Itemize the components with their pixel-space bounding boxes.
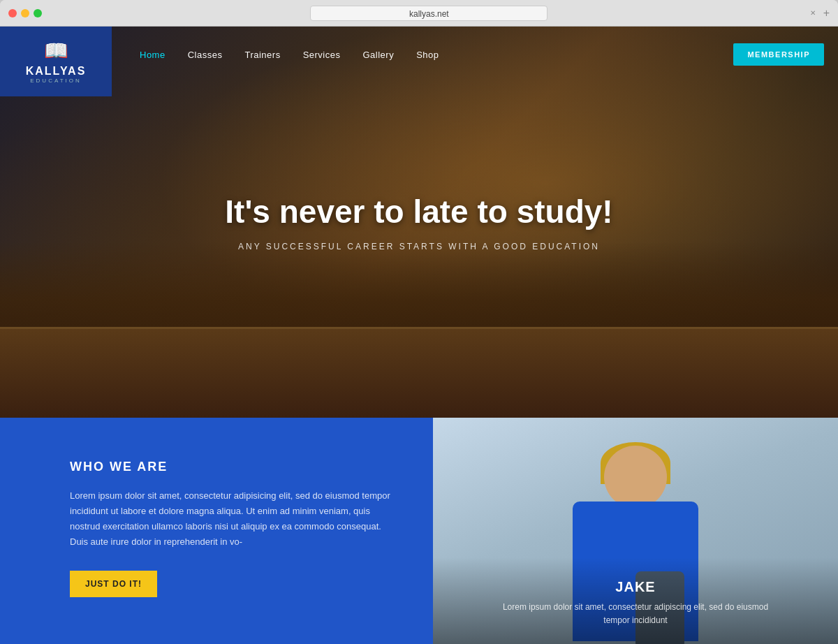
hero-heading: It's never to late to study! [175, 193, 663, 230]
dot-red[interactable] [8, 9, 17, 17]
student-description: Lorem ipsum dolor sit amet, consectetur … [496, 601, 775, 627]
browser-window: kallyas.net ✕ + 📖 KALLYAS EDUCATION Home… [0, 0, 838, 644]
logo-subtitle: EDUCATION [30, 78, 82, 84]
nav-gallery[interactable]: Gallery [363, 50, 395, 60]
address-bar: kallyas.net [50, 6, 808, 21]
logo-box[interactable]: 📖 KALLYAS EDUCATION [0, 27, 112, 96]
who-we-are-panel: WHO WE ARE Lorem ipsum dolor sit amet, c… [0, 418, 433, 644]
browser-titlebar: kallyas.net ✕ + [0, 0, 838, 27]
close-x-icon[interactable]: ✕ [808, 8, 818, 18]
student-name: JAKE [496, 579, 775, 595]
nav-classes[interactable]: Classes [188, 50, 223, 60]
who-we-are-text: Lorem ipsum dolor sit amet, consectetur … [70, 488, 391, 550]
url-input[interactable]: kallyas.net [310, 6, 547, 21]
just-do-it-button[interactable]: JUST DO IT! [70, 571, 157, 597]
hero-subheading: ANY SUCCESSFUL CAREER STARTS WITH A GOOD… [175, 241, 663, 251]
hero-content: It's never to late to study! ANY SUCCESS… [175, 193, 663, 251]
logo-icon: 📖 [44, 39, 68, 62]
nav-trainers[interactable]: Trainers [244, 50, 280, 60]
student-panel: JAKE Lorem ipsum dolor sit amet, consect… [433, 418, 838, 644]
nav-shop[interactable]: Shop [416, 50, 439, 60]
dot-yellow[interactable] [21, 9, 29, 17]
bottom-section: WHO WE ARE Lorem ipsum dolor sit amet, c… [0, 418, 838, 644]
table-surface [0, 327, 838, 418]
browser-dots [8, 9, 42, 17]
membership-button[interactable]: MEMBERSHIP [733, 43, 824, 66]
who-we-are-title: WHO WE ARE [70, 460, 391, 474]
new-tab-icon[interactable]: + [823, 7, 830, 20]
student-name-card: JAKE Lorem ipsum dolor sit amet, consect… [496, 579, 775, 627]
website-content: 📖 KALLYAS EDUCATION Home Classes Trainer… [0, 27, 838, 644]
logo-title: KALLYAS [26, 65, 87, 78]
nav-home[interactable]: Home [140, 50, 166, 60]
nav-services[interactable]: Services [303, 50, 341, 60]
navbar: 📖 KALLYAS EDUCATION Home Classes Trainer… [0, 27, 838, 82]
student-head [604, 446, 667, 508]
dot-green[interactable] [34, 9, 42, 17]
nav-links: Home Classes Trainers Services Gallery S… [140, 50, 733, 60]
hero-section: 📖 KALLYAS EDUCATION Home Classes Trainer… [0, 27, 838, 418]
